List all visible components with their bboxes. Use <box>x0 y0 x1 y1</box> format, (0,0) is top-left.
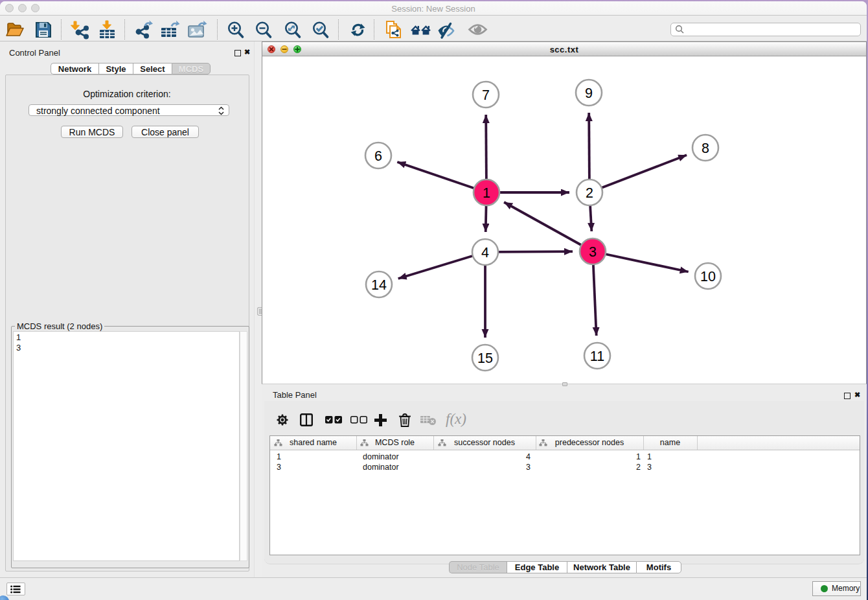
svg-text:4: 4 <box>481 245 489 260</box>
svg-text:11: 11 <box>590 349 604 364</box>
svg-text:8: 8 <box>702 141 709 156</box>
svg-text:14: 14 <box>371 277 387 293</box>
svg-text:9: 9 <box>585 86 593 101</box>
svg-text:1: 1 <box>483 185 490 201</box>
svg-text:2: 2 <box>586 185 593 201</box>
svg-text:15: 15 <box>477 351 493 366</box>
svg-text:6: 6 <box>374 148 382 164</box>
svg-text:3: 3 <box>589 244 597 260</box>
svg-text:10: 10 <box>700 269 716 284</box>
svg-text:7: 7 <box>482 87 490 103</box>
